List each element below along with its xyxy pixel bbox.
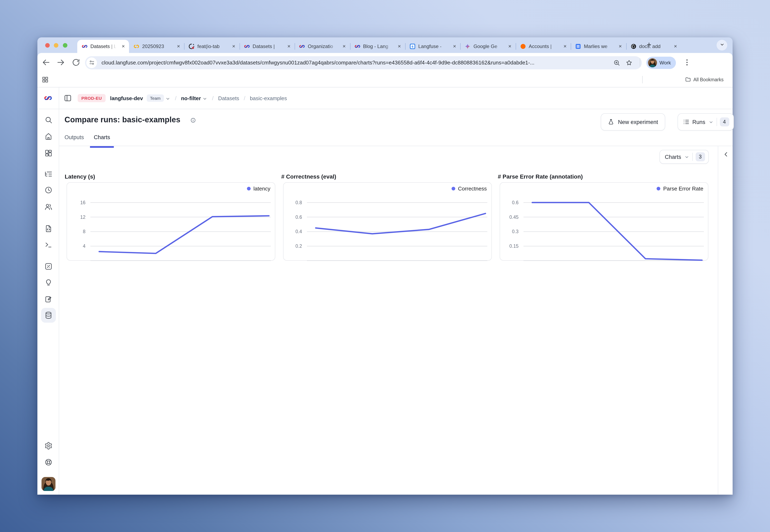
tab-close-icon[interactable]: × — [672, 43, 679, 50]
window-close-button[interactable] — [45, 43, 49, 47]
profile-label: Work — [660, 60, 671, 65]
sidebar-item-scores[interactable] — [44, 262, 52, 270]
runs-dropdown-button[interactable]: Runs 4 — [678, 113, 734, 131]
prompts-icon — [44, 224, 52, 233]
site-settings-icon[interactable] — [86, 57, 97, 68]
tab-title: Accounts | — [528, 44, 559, 49]
bookmark-star-icon[interactable] — [625, 59, 633, 66]
org-name[interactable]: langfuse-dev — [110, 95, 143, 101]
tab-close-icon[interactable]: × — [341, 43, 347, 50]
sidebar-item-home[interactable] — [44, 132, 52, 140]
tab-title: Marlies we — [584, 44, 615, 49]
sessions-icon — [44, 186, 52, 194]
browser-tab[interactable]: Marlies we× — [571, 40, 626, 53]
forward-button[interactable] — [56, 58, 65, 67]
playground-icon — [44, 241, 52, 249]
info-icon[interactable] — [190, 117, 196, 123]
browser-tab[interactable]: Datasets |× — [240, 40, 295, 53]
sidebar-item-search[interactable] — [44, 116, 52, 124]
chart-title: # Correctness (eval) — [281, 173, 336, 180]
new-experiment-button[interactable]: New experiment — [601, 113, 665, 131]
browser-tab[interactable]: 20250923× — [129, 40, 184, 53]
tab-outputs[interactable]: Outputs — [64, 133, 84, 146]
sidebar-item-tracing[interactable] — [44, 170, 52, 178]
chart-legend: Correctness — [451, 186, 487, 192]
all-bookmarks-button[interactable]: All Bookmarks — [685, 72, 724, 87]
tab-close-icon[interactable]: × — [231, 43, 237, 50]
back-button[interactable] — [41, 58, 50, 67]
window-minimize-button[interactable] — [54, 43, 58, 47]
tab-title: Organizatio — [308, 44, 338, 49]
user-avatar[interactable] — [41, 477, 55, 491]
new-tab-button[interactable]: + — [647, 40, 651, 49]
langfuse-favicon — [244, 43, 250, 50]
sidebar-item-annotation[interactable] — [44, 295, 52, 303]
search-icon — [44, 116, 52, 124]
window-zoom-button[interactable] — [63, 43, 67, 47]
browser-tab[interactable]: Blog - Lang× — [350, 40, 405, 53]
bookmarks-bar: All Bookmarks — [37, 72, 733, 87]
tab-title: docs: add — [639, 44, 670, 49]
sidebar-item-support[interactable] — [44, 458, 52, 466]
browser-window: Datasets | L×20250923×feat(io-tab×Datase… — [37, 37, 733, 495]
zoom-icon[interactable] — [613, 59, 621, 66]
colab-favicon — [133, 43, 140, 50]
breadcrumb-separator: / — [175, 95, 176, 101]
tab-close-icon[interactable]: × — [506, 43, 513, 50]
browser-toolbar: cloud.langfuse.com/project/cmfwgv8fx002o… — [37, 53, 733, 72]
langfuse-app: PROD-EU langfuse-dev Team / no-filter / … — [37, 87, 733, 495]
profile-chip[interactable]: Work — [646, 56, 676, 69]
chart-legend: Parse Error Rate — [657, 186, 703, 192]
apps-grid-icon[interactable] — [41, 76, 49, 83]
browser-tab[interactable]: 6Langfuse -× — [405, 40, 460, 53]
insights-icon — [44, 278, 52, 287]
tab-title: Langfuse - — [418, 44, 449, 49]
chart-card: 0.20.40.60.8Correctness — [283, 182, 492, 261]
sidebar-item-playground[interactable] — [44, 241, 52, 249]
tab-close-icon[interactable]: × — [120, 43, 126, 50]
chevron-down-icon — [684, 154, 690, 159]
address-bar[interactable]: cloud.langfuse.com/project/cmfwgv8fx002o… — [85, 56, 642, 69]
tab-close-icon[interactable]: × — [451, 43, 458, 50]
environment-badge[interactable]: PROD-EU — [78, 94, 106, 102]
browser-tab[interactable]: feat(io-tab× — [184, 40, 240, 53]
sidebar-item-settings[interactable] — [44, 442, 52, 450]
langfuse-favicon — [354, 43, 361, 50]
breadcrumb-separator: / — [212, 95, 214, 101]
breadcrumb-datasets-link[interactable]: Datasets — [218, 95, 239, 101]
sidebar-item-users[interactable] — [44, 203, 52, 211]
langfuse-logo[interactable] — [44, 94, 53, 103]
sidebar-toggle-icon[interactable] — [64, 94, 72, 102]
tab-title: Datasets | L — [90, 44, 117, 49]
settings-icon — [44, 442, 52, 450]
browser-tab[interactable]: Google Ge× — [460, 40, 516, 53]
tab-search-button[interactable] — [717, 40, 727, 50]
sidebar-item-insights[interactable] — [44, 278, 52, 287]
tab-title: Blog - Lang — [363, 44, 394, 49]
browser-menu-icon[interactable] — [683, 58, 691, 67]
svg-text:8: 8 — [83, 229, 85, 234]
tab-close-icon[interactable]: × — [617, 43, 624, 50]
tab-charts[interactable]: Charts — [94, 133, 110, 146]
project-name[interactable]: no-filter — [181, 95, 201, 101]
tab-close-icon[interactable]: × — [396, 43, 403, 50]
browser-tab[interactable]: Datasets | L× — [77, 40, 129, 53]
browser-tab[interactable]: Accounts |× — [515, 40, 571, 53]
reload-button[interactable] — [71, 58, 80, 67]
tab-close-icon[interactable]: × — [286, 43, 292, 50]
chevron-down-icon[interactable] — [165, 95, 170, 101]
bookmarks-divider — [642, 76, 643, 83]
collapse-panel-icon[interactable] — [722, 151, 730, 158]
tab-close-icon[interactable]: × — [175, 43, 182, 50]
browser-tab[interactable]: docs: add× — [626, 40, 681, 53]
charts-dropdown-button[interactable]: Charts 3 — [660, 150, 709, 164]
svg-text:0.8: 0.8 — [295, 200, 302, 205]
sidebar-item-datasets[interactable] — [44, 311, 52, 319]
sidebar-item-dashboards[interactable] — [44, 149, 52, 157]
chevron-down-icon[interactable] — [202, 95, 208, 101]
toolbar-divider — [640, 58, 640, 67]
browser-tab[interactable]: Organizatio× — [295, 40, 350, 53]
sidebar-item-prompts[interactable] — [44, 224, 52, 233]
tab-close-icon[interactable]: × — [562, 43, 568, 50]
sidebar-item-sessions[interactable] — [44, 186, 52, 194]
